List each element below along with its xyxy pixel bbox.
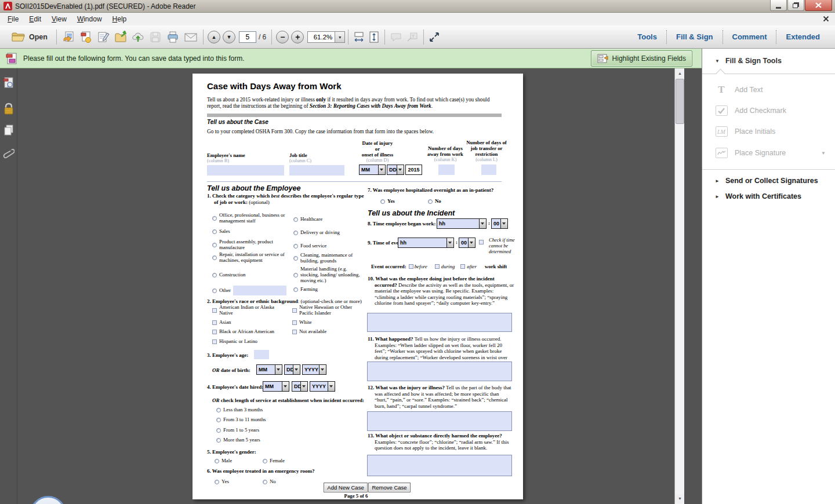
checkbox-native-hawaiian[interactable]: Native Hawaiian or Other Pacific Islande… <box>292 305 365 316</box>
page-number-input[interactable]: 5 <box>239 31 256 43</box>
before-checkbox[interactable] <box>409 264 413 269</box>
during-checkbox[interactable] <box>435 264 440 269</box>
hired-day-dropdown[interactable]: DD <box>292 381 308 392</box>
zoom-in-button[interactable]: + <box>291 31 304 43</box>
add-text-tool[interactable]: T Add Text <box>715 83 763 96</box>
page-thumbnails-icon[interactable] <box>3 76 14 92</box>
checkbox-not-available[interactable]: Not available <box>292 329 365 335</box>
minimize-button[interactable] <box>770 0 787 11</box>
days-transfer-field[interactable] <box>481 165 496 175</box>
radio-icon[interactable] <box>212 229 217 234</box>
radio-hospitalized-yes[interactable]: Yes <box>380 199 395 204</box>
injury-day-dropdown[interactable]: DD <box>387 165 404 175</box>
tab-fill-sign[interactable]: Fill & Sign <box>667 30 723 45</box>
checkbox-asian[interactable]: Asian <box>212 320 286 326</box>
radio-icon[interactable] <box>293 244 298 249</box>
employee-name-field[interactable] <box>207 165 284 176</box>
menu-window[interactable]: Window <box>72 13 107 25</box>
job-title-field[interactable] <box>289 165 344 176</box>
add-checkmark-tool[interactable]: Add Checkmark <box>715 104 786 117</box>
fill-sign-tools-header[interactable]: ▼ Fill & Sign Tools <box>715 57 782 65</box>
sticky-note-button[interactable] <box>388 30 404 44</box>
hired-month-dropdown[interactable]: MM <box>263 381 289 392</box>
radio-icon[interactable] <box>215 480 219 484</box>
menu-edit[interactable]: Edit <box>24 13 46 25</box>
zoom-level-input[interactable]: 61.2% <box>307 31 335 43</box>
radio-icon[interactable] <box>212 255 217 260</box>
highlight-fields-button[interactable]: Highlight Existing Fields <box>591 50 692 67</box>
place-initials-tool[interactable]: LM Place Initials <box>715 125 775 138</box>
email-button[interactable] <box>181 29 200 45</box>
fit-page-button[interactable] <box>366 30 382 45</box>
cloud-upload-button[interactable] <box>129 29 147 45</box>
dropdown-arrow-icon[interactable] <box>468 238 475 247</box>
text-callout-button[interactable]: T <box>404 30 420 44</box>
hired-year-dropdown[interactable]: YYYY <box>310 381 335 392</box>
checkbox-icon[interactable] <box>292 320 297 325</box>
scrollbar-thumb[interactable] <box>676 79 684 124</box>
sign-document-button[interactable] <box>95 29 112 45</box>
document-canvas[interactable]: Case with Days Away from Work Tell us ab… <box>17 68 674 504</box>
radio-icon[interactable] <box>216 438 221 443</box>
radio-icon[interactable] <box>293 217 298 222</box>
q11-answer-textarea[interactable] <box>367 361 512 381</box>
radio-sales[interactable]: Sales <box>212 229 299 235</box>
signature-dropdown-icon[interactable]: ▼ <box>821 151 826 156</box>
zoom-dropdown-button[interactable]: ▼ <box>335 31 345 43</box>
radio-icon[interactable] <box>212 243 217 247</box>
work-with-certificates-section[interactable]: ► Work with Certificates <box>715 192 801 200</box>
open-button[interactable]: Open <box>6 30 53 44</box>
tab-extended[interactable]: Extended <box>776 30 829 45</box>
radio-farming[interactable]: Farming <box>293 287 363 293</box>
fullscreen-button[interactable] <box>427 30 442 44</box>
radio-icon[interactable] <box>293 287 298 292</box>
radio-icon[interactable] <box>215 459 219 463</box>
radio-repair[interactable]: Repair, installation or service of machi… <box>212 252 299 264</box>
radio-icon[interactable] <box>216 428 221 433</box>
add-new-case-button[interactable]: Add New Case <box>324 483 368 492</box>
q12-answer-textarea[interactable] <box>367 411 512 431</box>
radio-healthcare[interactable]: Healthcare <box>293 217 363 222</box>
employee-age-field[interactable] <box>254 350 269 359</box>
dropdown-arrow-icon[interactable] <box>328 382 335 391</box>
checkbox-icon[interactable] <box>292 330 297 334</box>
radio-material-handling[interactable]: Material handling (e.g. stocking, loadin… <box>293 266 364 283</box>
print-button[interactable] <box>164 29 181 45</box>
attachments-icon[interactable] <box>3 147 14 165</box>
previous-page-button[interactable]: ▲ <box>208 31 220 43</box>
radio-icon[interactable] <box>428 199 433 204</box>
tab-tools[interactable]: Tools <box>628 30 666 45</box>
checkbox-american-indian[interactable]: American Indian or Alaska Native <box>212 305 286 316</box>
radio-icon[interactable] <box>263 459 267 463</box>
q13-answer-textarea[interactable] <box>367 455 512 476</box>
checkbox-icon[interactable] <box>292 308 297 313</box>
radio-icon[interactable] <box>293 231 298 235</box>
radio-er-yes[interactable]: Yes <box>215 479 229 485</box>
radio-icon[interactable] <box>212 273 217 277</box>
event-minute-dropdown[interactable]: 00 <box>459 238 475 248</box>
radio-cleaning[interactable]: Cleaning, maintenance of building, groun… <box>293 253 364 264</box>
dob-day-dropdown[interactable]: DD <box>284 364 300 375</box>
scroll-mode-button[interactable] <box>351 30 366 45</box>
radio-er-no[interactable]: No <box>263 479 276 485</box>
radio-icon[interactable] <box>263 480 267 484</box>
save-button[interactable] <box>147 29 164 45</box>
dropdown-arrow-icon[interactable] <box>378 165 385 174</box>
remove-case-button[interactable]: Remove Case <box>368 483 411 492</box>
vertical-scrollbar[interactable]: ▲ ▼ <box>674 68 684 504</box>
radio-female[interactable]: Female <box>263 458 285 464</box>
menu-file[interactable]: File <box>2 13 24 25</box>
dropdown-arrow-icon[interactable] <box>282 382 289 391</box>
checkbox-icon[interactable] <box>212 339 217 344</box>
close-button[interactable] <box>805 0 832 11</box>
checkbox-black[interactable]: Black or African American <box>212 329 292 335</box>
radio-construction[interactable]: Construction <box>212 272 299 278</box>
place-signature-tool[interactable]: Place Signature ▼ <box>715 147 786 159</box>
radio-icon[interactable] <box>216 418 221 422</box>
send-file-button[interactable] <box>60 29 77 45</box>
began-work-hour-dropdown[interactable]: hh <box>437 218 487 229</box>
time-undetermined-checkbox[interactable] <box>479 240 484 244</box>
dropdown-arrow-icon[interactable] <box>397 165 404 174</box>
dropdown-arrow-icon[interactable] <box>300 382 307 391</box>
checkbox-white[interactable]: White <box>292 320 365 326</box>
